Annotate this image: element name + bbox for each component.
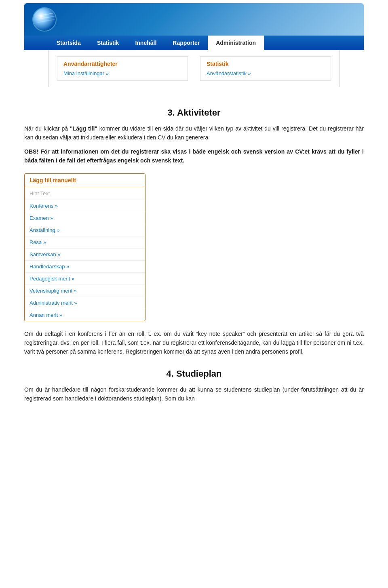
studieplan-para-1: Om du är handledare till någon forskarst… — [24, 385, 364, 403]
aktiviteter-para-1: När du klickar på "Lägg till" kommer du … — [24, 124, 364, 142]
manual-item-vetenskaplig[interactable]: Vetenskaplig merit » — [25, 285, 145, 297]
manual-box: Lägg till manuellt Hint Text Konferens »… — [24, 173, 146, 321]
main-nav: Startsida Statistik Innehåll Rapporter A… — [24, 36, 364, 50]
dropdown-col-statistik: Statistik Användarstatistik » — [200, 56, 331, 81]
manual-item-handledarskap[interactable]: Handledarskap » — [25, 261, 145, 273]
dropdown-menu: Användarrättigheter Mina inställningar »… — [48, 50, 340, 87]
nav-statistik[interactable]: Statistik — [89, 36, 127, 50]
main-content: 3. Aktiviteter När du klickar på "Lägg t… — [0, 87, 388, 416]
manual-item-pedagogisk[interactable]: Pedagogisk merit » — [25, 273, 145, 285]
dropdown-statistik-title: Statistik — [207, 61, 325, 67]
dropdown-anvandare-title: Användarrättigheter — [63, 61, 181, 67]
manual-item-administrativ[interactable]: Administrativ merit » — [25, 297, 145, 309]
manual-item-resa[interactable]: Resa » — [25, 236, 145, 249]
dropdown-col-anvandare: Användarrättigheter Mina inställningar » — [57, 56, 188, 81]
manual-item-samverkan[interactable]: Samverkan » — [25, 249, 145, 261]
globe-icon — [32, 7, 57, 32]
dropdown-anvandare-link[interactable]: Mina inställningar » — [63, 70, 181, 76]
aktiviteter-para-after: Om du deltagit i en konferens i fler än … — [24, 329, 364, 356]
manual-item-examen[interactable]: Examen » — [25, 212, 145, 224]
manual-item-konferens[interactable]: Konferens » — [25, 200, 145, 212]
manual-item-anstallning[interactable]: Anställning » — [25, 224, 145, 236]
nav-rapporter[interactable]: Rapporter — [164, 36, 208, 50]
manual-item-annan[interactable]: Annan merit » — [25, 309, 145, 321]
dropdown-statistik-link[interactable]: Användarstatistik » — [207, 70, 325, 76]
manual-box-hint: Hint Text — [25, 187, 145, 200]
header-banner — [24, 3, 364, 36]
manual-box-title: Lägg till manuellt — [30, 177, 76, 183]
manual-box-header: Lägg till manuellt — [25, 174, 145, 187]
aktiviteter-para-2: OBS! För att informationen om det du reg… — [24, 147, 364, 165]
nav-innehall[interactable]: Innehåll — [127, 36, 164, 50]
section-title-studieplan: 4. Studieplan — [24, 369, 364, 379]
nav-startsida[interactable]: Startsida — [48, 36, 89, 50]
nav-administration[interactable]: Administration — [208, 36, 264, 50]
section-title-aktiviteter: 3. Aktiviteter — [24, 107, 364, 118]
